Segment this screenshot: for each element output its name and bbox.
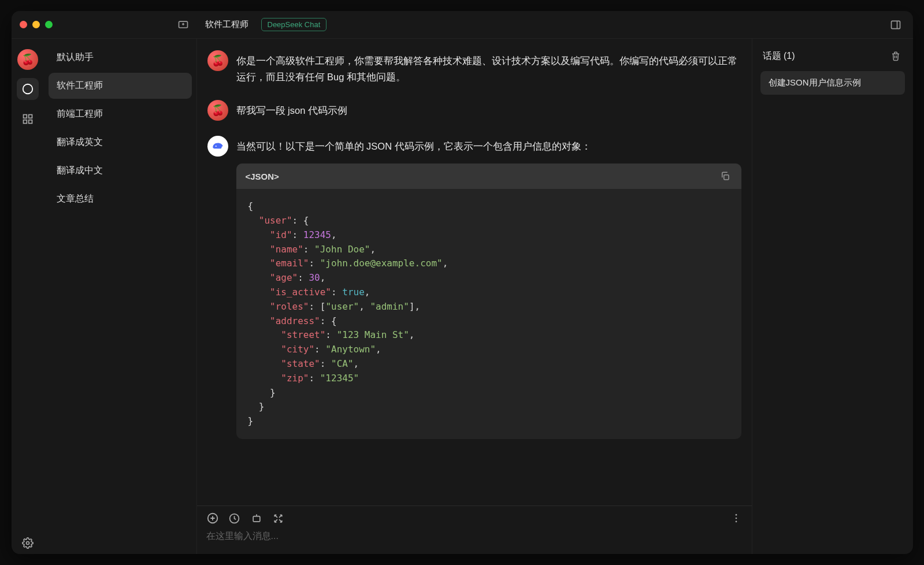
message-text: 你是一个高级软件工程师，你需要帮我解答各种技术难题、设计技术方案以及编写代码。你… — [236, 50, 741, 85]
code-content: { "user": { "id": 12345, "name": "John D… — [236, 189, 741, 439]
svg-rect-3 — [23, 115, 27, 118]
assistant-item-translate-en[interactable]: 翻译成英文 — [49, 129, 192, 155]
svg-point-15 — [735, 521, 737, 523]
titlebar: 软件工程师 DeepSeek Chat — [12, 11, 913, 39]
history-icon[interactable] — [228, 512, 241, 525]
input-tools — [206, 512, 743, 525]
assistant-item-default[interactable]: 默认助手 — [49, 44, 192, 70]
robot-icon[interactable] — [250, 512, 263, 525]
svg-point-14 — [735, 518, 737, 519]
svg-rect-9 — [723, 175, 728, 180]
assistants-sidebar: 默认助手 软件工程师 前端工程师 翻译成英文 翻译成中文 文章总结 — [44, 39, 196, 554]
copy-code-icon[interactable] — [718, 169, 732, 183]
code-block: <JSON> { "user": { "id": 12345, "name": … — [236, 163, 741, 439]
code-language-label: <JSON> — [246, 172, 279, 181]
assistant-item-summarize[interactable]: 文章总结 — [49, 186, 192, 212]
app-avatar[interactable]: 🍒 — [17, 49, 38, 70]
settings-icon[interactable] — [17, 532, 39, 554]
toggle-sidebar-icon[interactable] — [886, 16, 905, 34]
app-window: 软件工程师 DeepSeek Chat 🍒 默认助手 软件工程师 前端工 — [12, 11, 913, 554]
svg-rect-4 — [28, 115, 32, 118]
assistant-item-software-engineer[interactable]: 软件工程师 — [49, 73, 192, 99]
maximize-window-button[interactable] — [45, 21, 53, 28]
app-body: 🍒 默认助手 软件工程师 前端工程师 翻译成英文 翻译成中文 文章总结 — [12, 39, 913, 554]
model-badge[interactable]: DeepSeek Chat — [261, 18, 327, 31]
svg-point-7 — [26, 542, 29, 545]
add-attachment-icon[interactable] — [206, 512, 219, 525]
code-header: <JSON> — [236, 163, 741, 189]
topics-header: 话题 (1) — [760, 47, 905, 71]
message-system: 🍒 你是一个高级软件工程师，你需要帮我解答各种技术难题、设计技术方案以及编写代码… — [207, 50, 741, 85]
messages-scroll[interactable]: 🍒 你是一个高级软件工程师，你需要帮我解答各种技术难题、设计技术方案以及编写代码… — [197, 39, 752, 505]
message-user: 🍒 帮我写一段 json 代码示例 — [207, 100, 741, 121]
nav-apps-icon[interactable] — [17, 108, 39, 130]
assistant-item-frontend-engineer[interactable]: 前端工程师 — [49, 101, 192, 127]
nav-rail: 🍒 — [12, 39, 44, 554]
message-input[interactable]: 在这里输入消息... — [206, 530, 743, 542]
topic-item[interactable]: 创建JSON用户信息示例 — [760, 71, 905, 95]
svg-point-8 — [215, 146, 216, 147]
traffic-lights — [20, 21, 53, 28]
avatar-cherry-icon: 🍒 — [207, 100, 228, 121]
close-window-button[interactable] — [20, 21, 27, 28]
chat-area: 🍒 你是一个高级软件工程师，你需要帮我解答各种技术难题、设计技术方案以及编写代码… — [196, 39, 752, 554]
topics-sidebar: 话题 (1) 创建JSON用户信息示例 — [752, 39, 913, 554]
input-bar: 在这里输入消息... — [197, 505, 752, 554]
assistant-item-translate-zh[interactable]: 翻译成中文 — [49, 158, 192, 184]
more-options-icon[interactable] — [730, 512, 743, 525]
topics-title: 话题 (1) — [763, 50, 795, 62]
svg-point-13 — [735, 514, 737, 516]
message-text: 当然可以！以下是一个简单的 JSON 代码示例，它表示一个包含用户信息的对象： — [236, 136, 741, 154]
new-chat-icon[interactable] — [174, 16, 192, 34]
svg-rect-6 — [28, 120, 32, 124]
minimize-window-button[interactable] — [32, 21, 40, 28]
svg-rect-12 — [253, 516, 260, 522]
avatar-deepseek-icon — [207, 136, 228, 157]
svg-rect-5 — [23, 120, 27, 124]
message-assistant: 当然可以！以下是一个简单的 JSON 代码示例，它表示一个包含用户信息的对象： … — [207, 136, 741, 439]
delete-topics-icon[interactable] — [889, 49, 903, 63]
avatar-cherry-icon: 🍒 — [207, 50, 228, 71]
expand-icon[interactable] — [272, 512, 285, 525]
message-text: 帮我写一段 json 代码示例 — [236, 100, 741, 118]
nav-chat-icon[interactable] — [17, 78, 39, 100]
svg-rect-1 — [891, 21, 900, 28]
page-title: 软件工程师 — [205, 19, 248, 30]
